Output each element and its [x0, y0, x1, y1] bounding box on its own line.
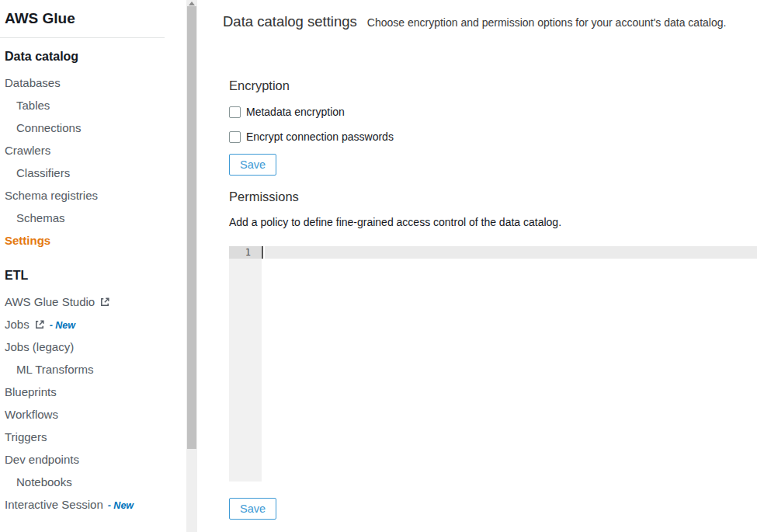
sidebar-nav-data-catalog: Databases Tables Connections Crawlers Cl… [5, 71, 179, 252]
encryption-heading: Encryption [229, 78, 757, 93]
sidebar-item-label: AWS Glue Studio [5, 295, 95, 308]
sidebar-item-databases[interactable]: Databases [5, 71, 179, 94]
sidebar-item-interactive-session[interactable]: Interactive Session- New [5, 493, 179, 516]
sidebar-item-crawlers[interactable]: Crawlers [5, 139, 179, 162]
metadata-encryption-label[interactable]: Metadata encryption [246, 106, 345, 118]
sidebar-nav-etl: AWS Glue Studio Jobs- New Jobs (legacy) … [5, 290, 179, 516]
sidebar-heading-data-catalog: Data catalog [5, 48, 179, 65]
sidebar: AWS Glue Data catalog Databases Tables C… [0, 0, 199, 532]
external-link-icon [34, 315, 45, 337]
scrollbar-thumb[interactable] [187, 6, 196, 449]
permissions-description: Add a policy to define fine-grained acce… [229, 217, 757, 228]
sidebar-item-settings[interactable]: Settings [5, 229, 179, 252]
sidebar-item-label: Jobs [5, 318, 30, 331]
new-badge: - New [108, 500, 134, 511]
page-description: Choose encryption and permission options… [367, 16, 727, 29]
sidebar-item-classifiers[interactable]: Classifiers [5, 162, 179, 184]
sidebar-item-notebooks[interactable]: Notebooks [5, 471, 179, 493]
page-header: Data catalog settingsChoose encryption a… [223, 12, 757, 32]
sidebar-item-jobs[interactable]: Jobs- New [5, 313, 179, 336]
encrypt-passwords-label[interactable]: Encrypt connection passwords [246, 130, 394, 143]
metadata-encryption-row: Metadata encryption [229, 106, 757, 118]
policy-code-editor: 1 [229, 246, 757, 482]
encryption-save-button[interactable]: Save [229, 154, 276, 176]
metadata-encryption-checkbox[interactable] [229, 106, 241, 118]
sidebar-item-workflows[interactable]: Workflows [5, 403, 179, 426]
encrypt-passwords-checkbox[interactable] [229, 131, 241, 143]
sidebar-heading-etl: ETL [5, 267, 179, 284]
main-content: Data catalog settingsChoose encryption a… [199, 0, 757, 532]
app-window: AWS Glue Data catalog Databases Tables C… [0, 0, 757, 532]
page-title: Data catalog settings [223, 13, 357, 30]
sidebar-item-connections[interactable]: Connections [5, 116, 179, 139]
editor-input-area[interactable] [262, 246, 757, 482]
sidebar-item-dev-endpoints[interactable]: Dev endpoints [5, 448, 179, 471]
permissions-heading: Permissions [229, 189, 757, 204]
sidebar-divider [0, 37, 165, 38]
editor-gutter: 1 [229, 246, 262, 482]
sidebar-item-triggers[interactable]: Triggers [5, 426, 179, 448]
scroll-up-arrow-icon[interactable] [189, 2, 195, 5]
sidebar-scrollbar[interactable] [186, 0, 197, 532]
sidebar-item-tables[interactable]: Tables [5, 94, 179, 116]
sidebar-item-schemas[interactable]: Schemas [5, 207, 179, 229]
sidebar-item-blueprints[interactable]: Blueprints [5, 381, 179, 403]
permissions-section: Permissions Add a policy to define fine-… [229, 189, 757, 520]
editor-caret [262, 246, 263, 259]
encryption-section: Encryption Metadata encryption Encrypt c… [229, 78, 757, 176]
editor-active-line [265, 246, 757, 259]
sidebar-item-ml-transforms[interactable]: ML Transforms [5, 358, 179, 381]
new-badge: - New [50, 320, 75, 331]
external-link-icon [99, 292, 110, 315]
sidebar-item-label: Interactive Session [5, 498, 103, 511]
sidebar-item-schema-registries[interactable]: Schema registries [5, 184, 179, 207]
permissions-save-button[interactable]: Save [229, 498, 276, 520]
sidebar-item-aws-glue-studio[interactable]: AWS Glue Studio [5, 290, 179, 313]
app-title: AWS Glue [5, 0, 179, 37]
editor-line-number: 1 [229, 246, 262, 259]
sidebar-item-jobs-legacy[interactable]: Jobs (legacy) [5, 336, 179, 358]
encrypt-passwords-row: Encrypt connection passwords [229, 130, 757, 143]
